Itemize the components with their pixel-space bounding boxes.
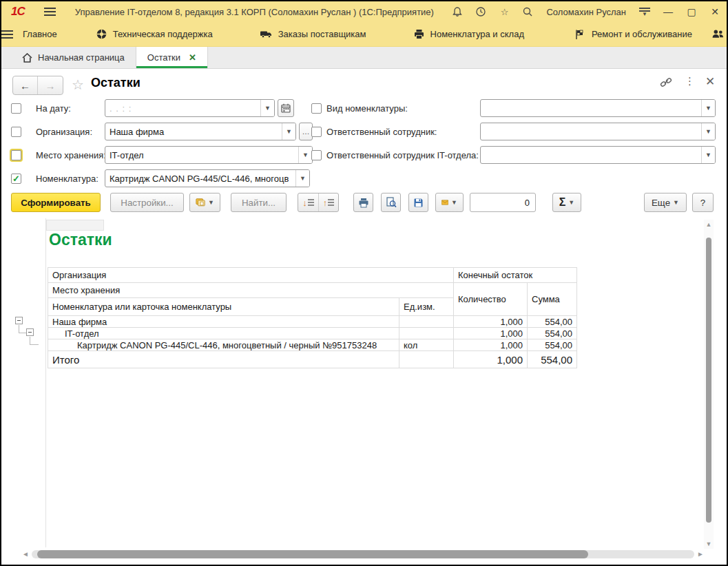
vertical-scrollbar[interactable]: ▲ ▼ — [704, 220, 714, 549]
scroll-up-icon[interactable]: ▲ — [704, 221, 714, 228]
collapse-groups-button[interactable]: ↓ — [298, 193, 318, 211]
storage-place-dropdown-icon[interactable]: ▼ — [298, 147, 312, 163]
on-date-field[interactable]: . . : : ▼ — [105, 99, 275, 117]
storage-place-field[interactable]: IT-отдел ▼ — [105, 146, 313, 164]
nomenclature-field[interactable]: Картридж CANON PG-445/CL-446, многоцв ▼ — [105, 169, 310, 187]
row-dept-unit — [399, 328, 454, 339]
responsible-it-field[interactable]: ▼ — [480, 146, 716, 164]
responsible-checkbox[interactable] — [311, 127, 322, 137]
responsible-field[interactable]: ▼ — [480, 123, 716, 140]
row-item-name: Картридж CANON PG-445/CL-446, многоцветн… — [48, 339, 399, 351]
responsible-it-dropdown-icon[interactable]: ▼ — [701, 147, 715, 163]
maximize-button[interactable]: ▢ — [680, 1, 703, 22]
organization-choose-button[interactable]: … — [299, 123, 313, 140]
sections-menu-icon[interactable] — [1, 28, 13, 41]
preview-button[interactable] — [381, 193, 401, 212]
section-nomenclature[interactable]: Номенклатура и склад — [404, 22, 534, 47]
send-mail-button[interactable]: ▼ — [435, 193, 464, 212]
add-to-favorites-star-icon[interactable]: ☆ — [72, 76, 84, 93]
nomen-kind-checkbox[interactable] — [311, 103, 322, 114]
preview-icon — [386, 197, 397, 208]
filter-row-storage-place: Место хранения: IT-отдел ▼ — [11, 146, 314, 164]
horizontal-scroll-thumb[interactable] — [37, 550, 588, 558]
main-menu-icon[interactable] — [44, 6, 56, 18]
table-row-department[interactable]: IT-отдел 1,000 554,00 — [48, 328, 577, 339]
nomen-kind-field[interactable]: ▼ — [480, 99, 716, 117]
scroll-down-icon[interactable]: ▼ — [704, 541, 714, 547]
checkered-flag-icon — [574, 29, 586, 40]
generate-button[interactable]: Сформировать — [11, 193, 101, 212]
section-employees[interactable]: Сотрудники — [702, 22, 728, 47]
calendar-button[interactable] — [278, 99, 294, 117]
section-main[interactable]: Главное — [13, 22, 67, 47]
current-user[interactable]: Соломахин Руслан — [539, 7, 633, 17]
favorites-star-icon[interactable]: ☆ — [492, 1, 516, 22]
col-header-quantity: Количество — [454, 283, 528, 316]
search-icon[interactable] — [516, 1, 539, 22]
report-variants-button[interactable]: ▼ — [189, 193, 220, 212]
section-repair-label: Ремонт и обслуживание — [592, 29, 692, 39]
sum-button[interactable]: Σ ▼ — [552, 193, 581, 212]
notifications-bell-icon[interactable] — [446, 1, 469, 22]
form-close-icon[interactable]: ✕ — [705, 74, 715, 89]
section-repair[interactable]: Ремонт и обслуживание — [564, 22, 702, 47]
storage-place-checkbox[interactable] — [11, 150, 21, 160]
responsible-label: Ответственный сотрудник: — [326, 127, 437, 137]
service-menu-icon[interactable]: ▼ — [633, 1, 656, 22]
save-button[interactable] — [408, 193, 428, 212]
get-link-icon[interactable] — [660, 77, 672, 88]
storage-place-value: IT-отдел — [105, 150, 298, 160]
row-dept-qty: 1,000 — [454, 328, 528, 339]
tree-connector — [30, 344, 39, 345]
report-variants-icon — [196, 198, 205, 207]
print-button[interactable] — [353, 193, 373, 212]
table-row-organization[interactable]: Наша фирма 1,000 554,00 — [48, 316, 577, 328]
tab-home[interactable]: Начальная страница — [11, 47, 136, 68]
people-icon — [711, 29, 725, 39]
forward-button[interactable]: → — [38, 76, 63, 94]
organization-checkbox[interactable] — [11, 127, 21, 137]
organization-field[interactable]: Наша фирма ▼ — [105, 123, 296, 140]
tree-gutter-divider — [45, 218, 46, 547]
row-dept-sum: 554,00 — [528, 328, 577, 339]
app-window: 1С Управление IT-отделом 8, редакция 3.1… — [0, 0, 728, 566]
scroll-right-icon[interactable]: ► — [697, 550, 704, 558]
home-icon — [22, 53, 32, 63]
counter-field[interactable] — [470, 193, 536, 212]
nomenclature-checkbox[interactable] — [11, 174, 21, 184]
nomen-kind-dropdown-icon[interactable]: ▼ — [701, 100, 715, 116]
history-icon[interactable] — [469, 1, 492, 22]
settings-button[interactable]: Настройки... — [110, 193, 184, 212]
scroll-left-icon[interactable]: ◄ — [22, 550, 29, 558]
back-button[interactable]: ← — [13, 76, 38, 94]
print-icon — [358, 198, 369, 208]
more-button[interactable]: Еще ▼ — [644, 193, 687, 212]
window-close-button[interactable]: ✕ — [703, 1, 727, 22]
table-row-total[interactable]: Итого 1,000 554,00 — [48, 351, 577, 368]
group-collapse-level2-icon[interactable] — [26, 328, 34, 336]
filter-row-organization: Организация: Наша фирма ▼ … — [11, 123, 314, 140]
tab-close-icon[interactable]: ✕ — [189, 52, 196, 63]
more-actions-dots-icon[interactable]: ⋮ — [685, 75, 695, 87]
minimize-button[interactable]: — — [656, 1, 680, 22]
organization-dropdown-icon[interactable]: ▼ — [282, 123, 295, 140]
help-button[interactable]: ? — [692, 193, 714, 212]
group-collapse-level1-icon[interactable] — [15, 317, 23, 324]
sigma-icon: Σ — [559, 196, 566, 209]
responsible-it-checkbox[interactable] — [311, 150, 322, 160]
section-tech-support[interactable]: Техническая поддержка — [86, 22, 222, 47]
nomenclature-dropdown-icon[interactable]: ▼ — [295, 170, 309, 187]
on-date-dropdown-icon[interactable]: ▼ — [260, 100, 274, 116]
responsible-dropdown-icon[interactable]: ▼ — [701, 123, 715, 140]
nomenclature-value: Картридж CANON PG-445/CL-446, многоцв — [105, 174, 295, 184]
on-date-checkbox[interactable] — [11, 103, 21, 114]
section-supplier-orders[interactable]: Заказы поставщикам — [250, 22, 376, 47]
col-header-nomenclature: Номенклатура или карточка номенклатуры — [48, 298, 399, 316]
expand-groups-button[interactable]: ↑ — [318, 193, 338, 211]
tab-ostatki[interactable]: Остатки ✕ — [136, 47, 208, 68]
find-button[interactable]: Найти... — [231, 193, 287, 212]
tab-home-label: Начальная страница — [38, 52, 125, 63]
table-row-item[interactable]: Картридж CANON PG-445/CL-446, многоцветн… — [48, 339, 577, 351]
horizontal-scrollbar[interactable]: ◄ ► — [22, 549, 704, 559]
vertical-scroll-thumb[interactable] — [706, 238, 711, 523]
